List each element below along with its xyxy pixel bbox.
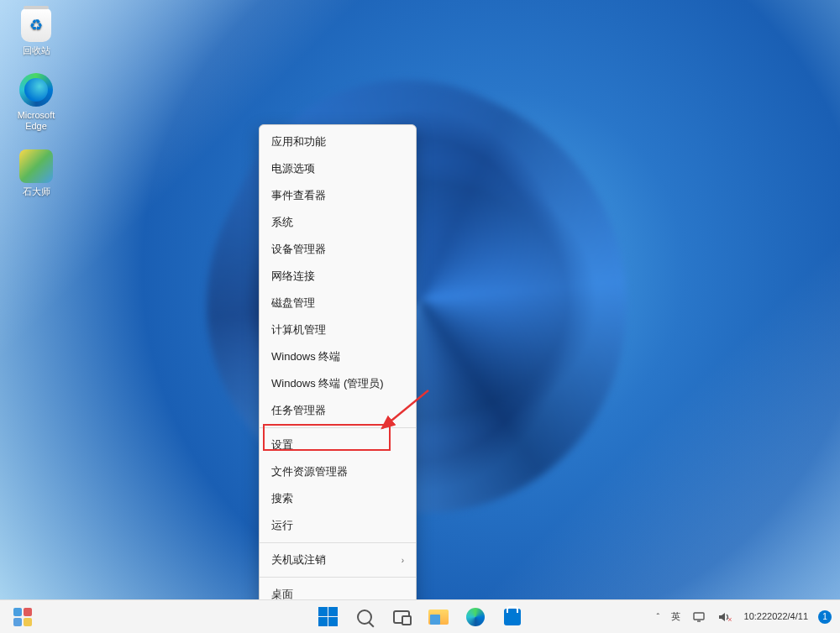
menu-item-label: 文件资源管理器 bbox=[271, 464, 348, 479]
recycle-bin-label: 回收站 bbox=[23, 45, 50, 56]
menu-item-2[interactable]: 事件查看器 bbox=[260, 182, 416, 209]
menu-item-label: 任务管理器 bbox=[271, 403, 326, 418]
ime-label: 英 bbox=[671, 610, 680, 623]
menu-item-14[interactable]: 运行 bbox=[260, 512, 416, 539]
menu-separator bbox=[260, 542, 416, 543]
recycle-bin-icon: ♻ bbox=[18, 7, 55, 44]
menu-separator bbox=[260, 577, 416, 578]
taskbar-store-button[interactable] bbox=[496, 601, 528, 633]
svg-rect-2 bbox=[694, 613, 704, 620]
menu-item-5[interactable]: 网络连接 bbox=[260, 263, 416, 290]
chevron-up-icon: ˆ bbox=[657, 612, 660, 622]
desktop-icon-edge[interactable]: Microsoft Edge bbox=[7, 71, 66, 132]
menu-item-8[interactable]: Windows 终端 bbox=[260, 343, 416, 370]
edge-label: Microsoft Edge bbox=[18, 110, 55, 132]
taskbar-search-button[interactable] bbox=[349, 601, 381, 633]
tray-network-button[interactable] bbox=[687, 608, 711, 626]
menu-item-label: 系统 bbox=[271, 215, 293, 230]
widgets-icon bbox=[13, 608, 32, 626]
menu-item-label: 设置 bbox=[271, 437, 293, 453]
desktop-icon-shidashi[interactable]: 石大师 bbox=[7, 148, 66, 197]
desktop[interactable]: ♻ 回收站 Microsoft Edge 石大师 应用和功能电源选项事件查看器系… bbox=[0, 0, 840, 599]
menu-item-11[interactable]: 设置 bbox=[260, 432, 416, 458]
taskbar-center bbox=[312, 601, 528, 633]
menu-item-3[interactable]: 系统 bbox=[260, 209, 416, 236]
menu-item-1[interactable]: 电源选项 bbox=[260, 155, 416, 182]
menu-item-label: 运行 bbox=[271, 518, 293, 533]
menu-item-15[interactable]: 关机或注销› bbox=[260, 547, 416, 573]
edge-icon bbox=[18, 71, 55, 108]
menu-item-label: 计算机管理 bbox=[271, 322, 326, 337]
tray-overflow-button[interactable]: ˆ bbox=[652, 609, 665, 625]
taskbar-edge-button[interactable] bbox=[459, 601, 491, 633]
taskbar-taskview-button[interactable] bbox=[386, 601, 417, 633]
menu-item-label: Windows 终端 bbox=[271, 349, 340, 364]
file-explorer-icon bbox=[428, 609, 449, 625]
menu-item-13[interactable]: 搜索 bbox=[260, 485, 416, 512]
menu-item-label: 关机或注销 bbox=[271, 552, 326, 568]
start-button[interactable] bbox=[312, 601, 344, 633]
windows-icon bbox=[318, 607, 338, 626]
menu-item-16[interactable]: 桌面 bbox=[260, 581, 416, 599]
menu-item-label: 设备管理器 bbox=[271, 242, 326, 257]
store-icon bbox=[504, 609, 521, 625]
shidashi-icon bbox=[18, 148, 55, 185]
menu-item-label: 电源选项 bbox=[271, 161, 315, 176]
menu-item-label: 事件查看器 bbox=[271, 188, 326, 203]
menu-item-4[interactable]: 设备管理器 bbox=[260, 236, 416, 263]
tray-ime[interactable]: 英 bbox=[666, 607, 685, 626]
menu-item-12[interactable]: 文件资源管理器 bbox=[260, 458, 416, 485]
desktop-icon-recycle-bin[interactable]: ♻ 回收站 bbox=[7, 7, 66, 56]
menu-item-label: 搜索 bbox=[271, 491, 293, 506]
start-context-menu: 应用和功能电源选项事件查看器系统设备管理器网络连接磁盘管理计算机管理Window… bbox=[259, 124, 417, 599]
wallpaper-light bbox=[0, 0, 840, 599]
svg-marker-4 bbox=[719, 613, 725, 621]
taskview-icon bbox=[393, 610, 410, 624]
system-tray: ˆ 英 × 10:22 2022/4/11 1 bbox=[652, 607, 835, 627]
menu-item-label: 应用和功能 bbox=[271, 134, 326, 149]
notification-count: 1 bbox=[822, 612, 827, 621]
menu-separator bbox=[260, 427, 416, 428]
taskbar-widgets-button[interactable] bbox=[7, 601, 39, 633]
shidashi-label: 石大师 bbox=[23, 186, 50, 197]
taskbar-explorer-button[interactable] bbox=[423, 601, 454, 633]
edge-icon bbox=[466, 608, 485, 626]
menu-item-0[interactable]: 应用和功能 bbox=[260, 128, 416, 155]
desktop-icons-column: ♻ 回收站 Microsoft Edge 石大师 bbox=[7, 7, 66, 197]
menu-item-9[interactable]: Windows 终端 (管理员) bbox=[260, 370, 416, 397]
menu-item-6[interactable]: 磁盘管理 bbox=[260, 290, 416, 316]
clock-date: 2022/4/11 bbox=[767, 611, 808, 622]
menu-item-label: 桌面 bbox=[271, 587, 293, 599]
tray-clock[interactable]: 10:22 2022/4/11 bbox=[739, 609, 813, 624]
menu-item-label: Windows 终端 (管理员) bbox=[271, 376, 384, 391]
chevron-right-icon: › bbox=[402, 556, 404, 565]
clock-time: 10:22 bbox=[744, 611, 768, 622]
search-icon bbox=[357, 609, 372, 625]
taskbar: ˆ 英 × 10:22 2022/4/11 1 bbox=[0, 599, 840, 633]
menu-item-label: 网络连接 bbox=[271, 269, 315, 284]
menu-item-7[interactable]: 计算机管理 bbox=[260, 316, 416, 343]
tray-volume-button[interactable]: × bbox=[712, 607, 737, 627]
menu-item-10[interactable]: 任务管理器 bbox=[260, 397, 416, 424]
menu-item-label: 磁盘管理 bbox=[271, 296, 315, 311]
network-icon bbox=[692, 611, 706, 623]
notification-badge[interactable]: 1 bbox=[818, 610, 832, 624]
